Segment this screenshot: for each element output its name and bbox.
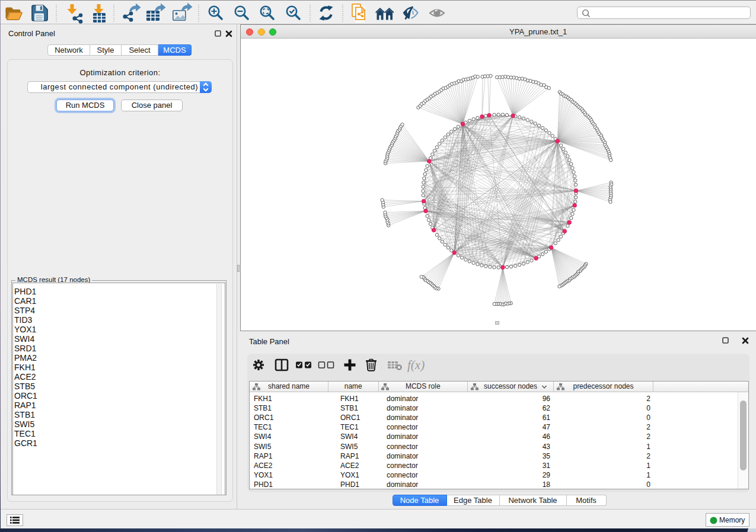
svg-text:f(x): f(x) (407, 358, 425, 372)
